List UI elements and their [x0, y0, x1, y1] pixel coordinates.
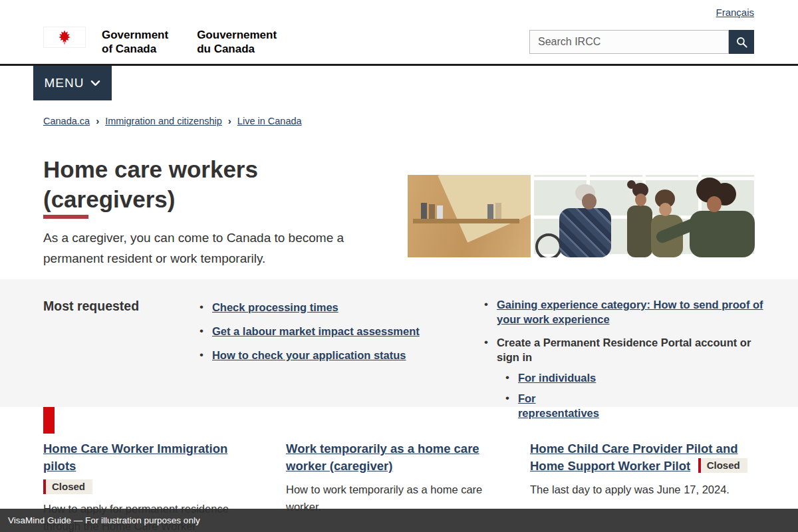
search-icon: [735, 36, 748, 49]
watermark-text: VisaMind Guide — For illustration purpos…: [8, 515, 200, 525]
most-requested-column-2: • Gaining experience category: How to se…: [484, 297, 773, 435]
breadcrumb: Canada.ca › Immigration and citizenship …: [43, 115, 302, 126]
search-bar: [529, 30, 754, 54]
card-description: The last day to apply was June 17, 2024.: [530, 481, 756, 498]
government-of-canada-signature: Government of Canada Gouvernement du Can…: [43, 27, 277, 56]
card-home-child-care-provider-pilot: Home Child Care Provider Pilot and Home …: [530, 440, 756, 498]
canada-flag-icon: [43, 27, 86, 48]
link-for-individuals[interactable]: For individuals: [518, 370, 596, 385]
list-item: • Get a labour market impact assessment: [200, 324, 426, 338]
page: Français Government of Canada Gouverneme…: [0, 0, 798, 532]
wordmark-english: Government of Canada: [102, 28, 168, 56]
wordmark: Government of Canada Gouvernement du Can…: [102, 28, 277, 56]
watermark-bar: VisaMind Guide — For illustration purpos…: [0, 509, 798, 532]
page-title: Home care workers (caregivers): [43, 154, 323, 214]
chevron-right-icon: ›: [228, 115, 231, 126]
chevron-right-icon: ›: [96, 115, 99, 126]
link-check-application-status[interactable]: How to check your application status: [212, 348, 406, 362]
card-work-temporarily: Work temporarily as a home care worker (…: [286, 440, 500, 515]
link-check-processing-times[interactable]: Check processing times: [212, 300, 338, 315]
hero-image: [408, 175, 755, 257]
search-input[interactable]: [529, 30, 729, 54]
list-item: • Gaining experience category: How to se…: [484, 297, 773, 327]
link-labour-market-impact-assessment[interactable]: Get a labour market impact assessment: [212, 324, 420, 338]
list-item: • For individuals: [505, 370, 773, 385]
header-divider: [0, 64, 798, 66]
status-badge-closed: Closed: [698, 458, 747, 473]
title-red-underline: [43, 215, 88, 219]
card-title-link[interactable]: Home Care Worker Immigration pilots: [43, 442, 227, 473]
breadcrumb-link-immigration[interactable]: Immigration and citizenship: [105, 116, 222, 126]
chevron-down-icon: [90, 80, 100, 86]
search-button[interactable]: [729, 30, 754, 54]
link-for-representatives[interactable]: For representatives: [518, 391, 604, 420]
most-requested-heading: Most requested: [43, 299, 139, 314]
site-header: Français Government of Canada Gouverneme…: [0, 0, 798, 64]
most-requested-section: Most requested • Check processing times …: [0, 279, 798, 407]
pr-portal-text: Create a Permanent Residence Portal acco…: [497, 335, 773, 364]
breadcrumb-link-live-in-canada[interactable]: Live in Canada: [237, 116, 302, 126]
language-toggle-link[interactable]: Français: [716, 7, 754, 18]
status-badge-closed: Closed: [43, 479, 92, 494]
maple-leaf-icon: [57, 29, 72, 45]
breadcrumb-link-canada-ca[interactable]: Canada.ca: [43, 116, 90, 126]
link-gaining-experience-proof[interactable]: Gaining experience category: How to send…: [497, 297, 773, 327]
most-requested-column-1: • Check processing times • Get a labour …: [200, 300, 426, 372]
card-title-link[interactable]: Work temporarily as a home care worker (…: [286, 442, 479, 473]
list-item: • Create a Permanent Residence Portal ac…: [484, 335, 773, 426]
list-item: • For representatives: [505, 391, 773, 420]
list-item: • How to check your application status: [200, 348, 426, 362]
wordmark-french: Gouvernement du Canada: [197, 28, 277, 56]
pr-portal-sub-list: • For individuals • For representatives: [505, 370, 773, 426]
menu-button[interactable]: MENU: [33, 66, 112, 100]
page-intro: As a caregiver, you can come to Canada t…: [43, 227, 359, 269]
list-item: • Check processing times: [200, 300, 426, 315]
